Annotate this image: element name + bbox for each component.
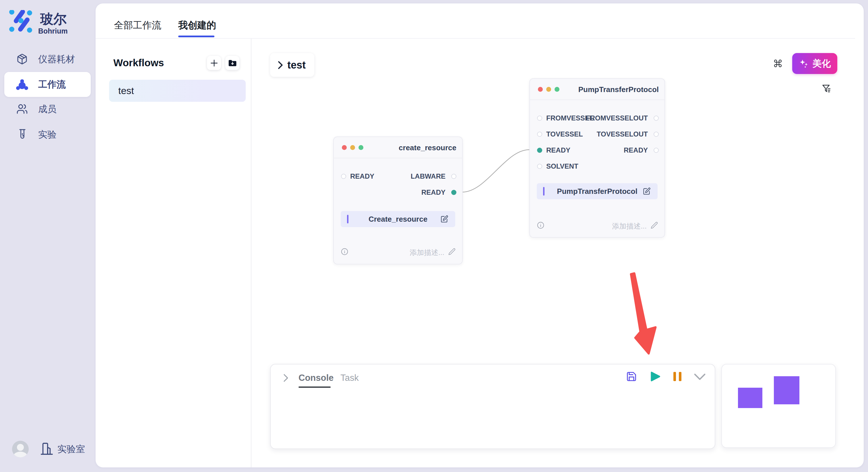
beautify-button[interactable]: 美化	[792, 53, 837, 74]
sidebar-item-label: 实验	[38, 129, 57, 140]
folder-import-icon	[228, 59, 237, 68]
active-tab-underline	[178, 36, 214, 37]
collapse-chevron-down-icon[interactable]	[694, 373, 706, 380]
port-output-ready[interactable]	[654, 148, 659, 153]
node-action-button[interactable]: PumpTransferProtocol	[537, 183, 658, 199]
port-output-labware[interactable]	[451, 174, 456, 179]
breadcrumb[interactable]: test	[270, 53, 314, 77]
sidebar-item-workflow[interactable]: 工作流	[0, 78, 96, 90]
workflow-panel-title: Workflows	[113, 56, 164, 69]
traffic-dots[interactable]	[342, 145, 363, 150]
edit-icon[interactable]	[643, 187, 651, 195]
port-output-ready[interactable]	[451, 190, 456, 195]
pause-icon[interactable]	[673, 371, 682, 382]
node-title: create_resource	[399, 143, 456, 152]
node-action-label: PumpTransferProtocol	[537, 187, 658, 196]
node-create-resource[interactable]: create_resource READY LABWARE READY Crea…	[333, 136, 463, 264]
panel-divider	[251, 38, 251, 467]
sidebar-item-members[interactable]: 成员	[0, 103, 96, 115]
node-description-placeholder[interactable]: 添加描述...	[410, 248, 444, 257]
port-label: SOLVENT	[546, 162, 578, 171]
run-icon[interactable]	[650, 371, 660, 382]
workspace-label[interactable]: 实验室	[57, 443, 85, 455]
info-icon[interactable]	[537, 222, 545, 229]
plus-icon	[210, 59, 219, 68]
dot-green-icon[interactable]	[555, 87, 559, 92]
port-input-ready[interactable]	[341, 174, 346, 179]
node-title: PumpTransferProtocol	[578, 85, 659, 94]
tab-all-workflows[interactable]: 全部工作流	[114, 19, 161, 32]
port-input-tovessel[interactable]	[537, 132, 542, 137]
add-workflow-button[interactable]	[207, 56, 221, 70]
port-label: TOVESSELOUT	[597, 130, 648, 138]
node-header-divider	[530, 100, 664, 100]
building-icon	[40, 442, 53, 456]
console-tab-underline	[299, 386, 331, 388]
sidebar-item-experiments[interactable]: 实验	[0, 129, 96, 140]
node-action-button[interactable]: Create_resource	[341, 211, 455, 227]
port-label: TOVESSEL	[546, 130, 583, 138]
node-header-divider	[334, 158, 462, 158]
action-accent-bar	[347, 215, 348, 224]
node-action-label: Create_resource	[341, 215, 455, 224]
pencil-icon[interactable]	[650, 222, 658, 229]
test-tube-icon	[17, 129, 28, 140]
tab-console[interactable]: Console	[299, 372, 334, 384]
logo-subtitle: Bohrium	[38, 27, 68, 35]
workflow-list-item-test[interactable]: test	[109, 80, 246, 102]
avatar[interactable]	[12, 441, 29, 458]
action-accent-bar	[543, 187, 545, 196]
info-icon[interactable]	[341, 248, 348, 256]
dot-green-icon[interactable]	[359, 145, 363, 150]
sidebar-item-label: 工作流	[38, 78, 66, 90]
port-label: READY	[546, 146, 570, 155]
bohrium-logo-icon	[9, 10, 33, 34]
port-output-tovesselout[interactable]	[654, 132, 659, 137]
sparkles-icon	[799, 59, 809, 69]
dot-red-icon[interactable]	[342, 145, 347, 150]
port-label: READY	[350, 172, 374, 181]
dot-yellow-icon[interactable]	[546, 87, 551, 92]
minimap-node	[738, 388, 763, 408]
header-divider	[96, 38, 855, 39]
filter-icon[interactable]	[822, 83, 832, 94]
logo-title: 玻尔	[40, 10, 67, 28]
minimap-node	[774, 376, 799, 404]
port-label: READY	[422, 188, 445, 197]
tab-task[interactable]: Task	[340, 372, 359, 384]
port-input-ready[interactable]	[537, 148, 542, 153]
dot-yellow-icon[interactable]	[350, 145, 355, 150]
members-icon	[17, 103, 28, 115]
port-input-solvent[interactable]	[537, 164, 542, 169]
sidebar-item-instruments[interactable]: 仪器耗材	[0, 53, 96, 65]
sidebar-item-label: 仪器耗材	[38, 53, 75, 65]
port-label: LABWARE	[411, 172, 445, 181]
node-pump-transfer-protocol[interactable]: PumpTransferProtocol FROMVESSEL FROMVESS…	[529, 78, 665, 238]
box-icon	[17, 53, 28, 65]
tab-my-created[interactable]: 我创建的	[178, 19, 216, 32]
port-input-fromvessel[interactable]	[537, 115, 542, 121]
sidebar-item-label: 成员	[38, 103, 57, 115]
minimap[interactable]	[721, 364, 836, 448]
node-description-placeholder[interactable]: 添加描述...	[612, 222, 647, 231]
dot-red-icon[interactable]	[538, 87, 543, 92]
save-icon[interactable]	[626, 371, 637, 382]
beautify-label: 美化	[813, 57, 831, 70]
traffic-dots[interactable]	[538, 87, 559, 92]
chevron-right-icon	[277, 61, 283, 69]
workflow-item-name: test	[118, 85, 134, 96]
breadcrumb-label: test	[287, 59, 306, 71]
edit-icon[interactable]	[440, 215, 448, 223]
port-label: READY	[624, 146, 648, 155]
console-panel: Console Task	[270, 364, 715, 449]
sidebar: 玻尔 Bohrium 仪器耗材 工作流 成员	[0, 0, 96, 472]
pencil-icon[interactable]	[448, 248, 456, 256]
expand-chevron-icon[interactable]	[282, 374, 289, 382]
port-label: FROMVESSELOUT	[586, 114, 648, 123]
import-folder-button[interactable]	[225, 56, 239, 70]
port-output-fromvesselout[interactable]	[654, 115, 659, 121]
command-icon[interactable]	[773, 59, 782, 68]
people-group-icon	[16, 78, 28, 91]
